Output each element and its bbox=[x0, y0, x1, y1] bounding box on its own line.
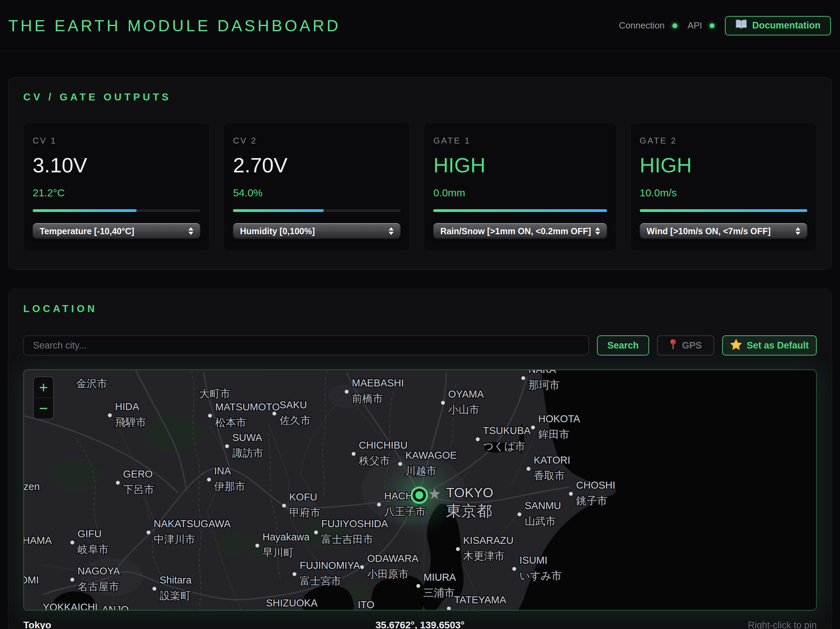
connection-status: Connection bbox=[619, 20, 677, 31]
city-label-jp: 飛騨市 bbox=[115, 416, 146, 428]
gate1-mapping-select-value: Rain/Snow [>1mm ON, <0.2mm OFF] bbox=[440, 226, 591, 236]
city-label: HAMA bbox=[24, 535, 52, 546]
city-dot bbox=[256, 544, 259, 548]
city-label-jp: 八王子市 bbox=[384, 506, 426, 517]
city-label-jp: 伊那市 bbox=[214, 481, 245, 492]
set-default-button-label: Set as Default bbox=[747, 340, 809, 351]
city-dot bbox=[360, 565, 364, 569]
page-title: THE EARTH MODULE DASHBOARD bbox=[8, 16, 341, 35]
city-label-jp: 秩父市 bbox=[359, 455, 390, 467]
city-label-jp: 富士宮市 bbox=[300, 575, 341, 586]
city-label: FUJINOMIYA bbox=[300, 560, 360, 571]
city-label-jp: 山武市 bbox=[525, 515, 556, 527]
city-label-jp: 富士吉田市 bbox=[321, 533, 373, 545]
location-section-title: LOCATION bbox=[23, 303, 817, 314]
city-label-jp: 東京都 bbox=[446, 502, 492, 519]
city-dot bbox=[116, 481, 120, 485]
gate2-mapping-select[interactable]: Wind [>10m/s ON, <7m/s OFF] bbox=[640, 223, 807, 239]
cv2-sensor-value: 54.0% bbox=[233, 187, 401, 199]
city-label: Hayakawa bbox=[262, 531, 310, 542]
set-default-button[interactable]: Set as Default bbox=[722, 335, 817, 356]
header: THE EARTH MODULE DASHBOARD Connection AP… bbox=[0, 0, 840, 51]
gate2-label: GATE 2 bbox=[640, 136, 807, 146]
city-label: KATORI bbox=[534, 454, 570, 466]
select-arrows-icon bbox=[595, 227, 600, 235]
cv1-mapping-select[interactable]: Temperature [-10,40°C] bbox=[33, 223, 200, 239]
city-label: GIFU bbox=[77, 528, 101, 539]
city-label-jp: いすみ市 bbox=[519, 570, 562, 582]
zoom-out-button[interactable]: − bbox=[34, 398, 53, 419]
cv1-value: 3.10V bbox=[33, 153, 200, 177]
cv2-label: CV 2 bbox=[233, 136, 401, 146]
cv2-value: 2.70V bbox=[233, 153, 401, 177]
city-label-jp: 早川町 bbox=[262, 547, 294, 558]
gate2-progress-fill bbox=[640, 209, 807, 212]
select-arrows-icon bbox=[389, 227, 393, 235]
cv1-progress-track bbox=[33, 209, 200, 212]
city-label-jp: 下呂市 bbox=[123, 484, 155, 495]
city-label: MIURA bbox=[423, 572, 456, 583]
city-label: SAKU bbox=[279, 399, 307, 410]
city-dot bbox=[147, 531, 150, 534]
gps-button[interactable]: GPS bbox=[657, 335, 714, 356]
map[interactable]: 金沢市大町市NAKA那珂市MAEBASHI前橋市OYAMA小山市HIDA飛騨市M… bbox=[23, 369, 817, 610]
api-status-dot bbox=[710, 23, 714, 28]
city-dot bbox=[513, 567, 516, 571]
header-status-area: Connection API Documentation bbox=[619, 16, 831, 35]
city-dot bbox=[207, 478, 211, 482]
gate2-progress-track bbox=[640, 209, 807, 212]
city-label: ISUMI bbox=[519, 555, 548, 566]
gate1-progress-fill bbox=[433, 209, 607, 212]
location-search-row: Search GPS Set as Default bbox=[23, 335, 817, 356]
city-search-input[interactable] bbox=[23, 335, 589, 356]
search-button[interactable]: Search bbox=[597, 335, 649, 356]
location-marker[interactable] bbox=[411, 487, 428, 504]
map-canvas[interactable]: 金沢市大町市NAKA那珂市MAEBASHI前橋市OYAMA小山市HIDA飛騨市M… bbox=[24, 370, 817, 610]
cv1-label: CV 1 bbox=[33, 136, 200, 146]
city-dot bbox=[447, 607, 451, 610]
map-status-bar: Tokyo 35.6762°, 139.6503° Right-click to… bbox=[23, 620, 817, 629]
city-label: TOKYO bbox=[446, 485, 493, 500]
city-label: YOKKAICHI bbox=[43, 602, 98, 610]
city-label: GERO bbox=[123, 468, 153, 479]
city-label-jp: 木更津市 bbox=[463, 550, 505, 561]
city-dot bbox=[527, 467, 531, 471]
city-dot bbox=[518, 512, 521, 516]
pin-icon bbox=[669, 339, 677, 352]
city-label-jp: 小田原市 bbox=[367, 568, 409, 580]
city-dot bbox=[456, 547, 460, 551]
city-label-jp: 大町市 bbox=[199, 388, 231, 399]
city-dot bbox=[476, 438, 480, 441]
city-dot bbox=[71, 578, 74, 582]
search-button-label: Search bbox=[607, 340, 639, 351]
cv2-mapping-select[interactable]: Humidity [0,100%] bbox=[233, 223, 401, 239]
city-label: INA bbox=[214, 465, 231, 476]
city-label-jp: 小山市 bbox=[448, 404, 480, 415]
city-label: ODAWARA bbox=[367, 553, 418, 564]
gate1-mapping-select[interactable]: Rain/Snow [>1mm ON, <0.2mm OFF] bbox=[433, 223, 607, 239]
city-label: SUWA bbox=[232, 432, 262, 443]
cv2-progress-fill bbox=[233, 209, 323, 212]
city-dot bbox=[108, 413, 112, 417]
city-label: SHINSHIRO bbox=[156, 609, 212, 610]
zoom-in-button[interactable]: + bbox=[34, 377, 53, 398]
city-label-jp: 那珂市 bbox=[529, 379, 560, 391]
city-label: KAWAGOE bbox=[406, 450, 457, 461]
gate2-sensor-value: 10.0m/s bbox=[640, 187, 807, 199]
city-label-jp: 佐久市 bbox=[279, 415, 311, 426]
city-dot bbox=[377, 503, 381, 507]
cv2-card: CV 2 2.70V 54.0% Humidity [0,100%] bbox=[224, 122, 410, 251]
city-label: nizen bbox=[24, 481, 39, 492]
city-label: FUJIYOSHIDA bbox=[321, 518, 388, 529]
city-dot bbox=[441, 401, 445, 405]
city-dot bbox=[293, 572, 297, 576]
documentation-button[interactable]: Documentation bbox=[725, 16, 831, 35]
city-label: Shitara bbox=[159, 574, 192, 586]
city-label-jp: 三浦市 bbox=[423, 587, 455, 598]
city-label-jp: 銚子市 bbox=[576, 495, 607, 506]
gate1-value: HIGH bbox=[433, 153, 607, 177]
gate1-sensor-value: 0.0mm bbox=[433, 187, 607, 199]
book-icon bbox=[735, 19, 747, 32]
output-cards: CV 1 3.10V 21.2°C Temperature [-10,40°C]… bbox=[23, 122, 817, 251]
city-label: NAGOYA bbox=[77, 565, 120, 577]
